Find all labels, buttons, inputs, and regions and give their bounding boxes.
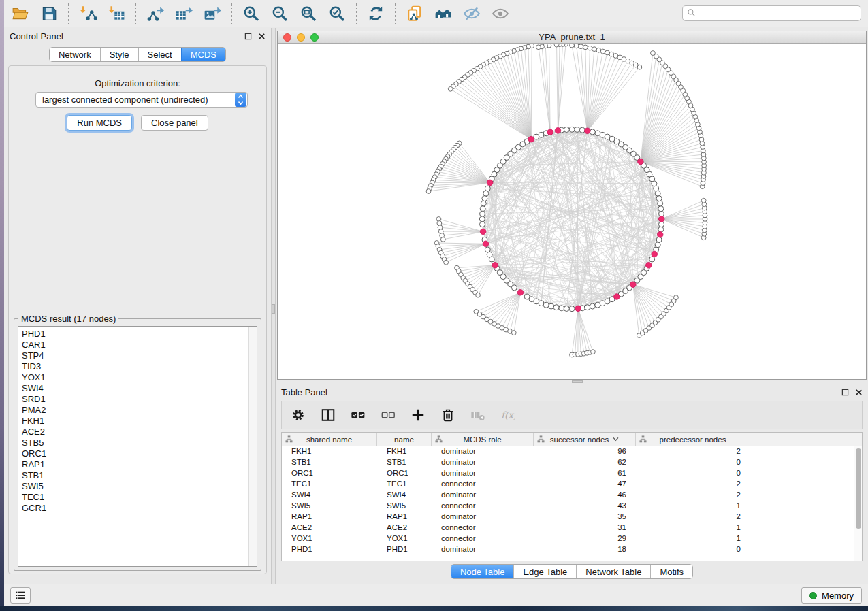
- table-scrollbar-thumb[interactable]: [856, 448, 861, 529]
- cell: 0: [636, 544, 750, 555]
- close-table-panel-icon[interactable]: [855, 389, 863, 396]
- cell: TEC1: [377, 479, 432, 490]
- run-mcds-button[interactable]: Run MCDS: [67, 115, 132, 131]
- zoom-out-icon[interactable]: [270, 4, 289, 23]
- cell: TEC1: [282, 479, 377, 490]
- result-node-item[interactable]: TEC1: [22, 492, 248, 503]
- export-network-icon[interactable]: [146, 4, 165, 23]
- tab-select[interactable]: Select: [138, 48, 181, 61]
- result-node-item[interactable]: RAP1: [22, 459, 248, 470]
- result-node-item[interactable]: STB1: [22, 470, 248, 481]
- deselect-all-icon[interactable]: [379, 406, 398, 425]
- node-table: shared namenameMCDS rolesuccessor nodesp…: [281, 432, 863, 561]
- cell: SWI4: [377, 490, 432, 501]
- tab-network[interactable]: Network: [50, 48, 100, 61]
- cell: dominator: [432, 446, 534, 457]
- export-image-icon[interactable]: [203, 4, 222, 23]
- main-toolbar: [4, 0, 868, 27]
- table-row-SWI5[interactable]: SWI5SWI5connector431: [282, 501, 854, 512]
- cell: connector: [432, 523, 534, 533]
- result-node-item[interactable]: CAR1: [22, 340, 248, 350]
- show-all-icon[interactable]: [491, 4, 510, 23]
- float-panel-icon[interactable]: [244, 33, 252, 40]
- result-node-item[interactable]: SWI5: [22, 481, 248, 492]
- delete-column-icon[interactable]: [438, 406, 457, 425]
- table-scrollbar[interactable]: [854, 446, 862, 561]
- column-header-successor-nodes[interactable]: successor nodes: [534, 433, 636, 446]
- cell: STB1: [377, 457, 432, 468]
- add-column-icon[interactable]: [408, 406, 428, 425]
- result-node-item[interactable]: GCR1: [22, 503, 248, 514]
- network-view[interactable]: [278, 44, 866, 379]
- column-header-MCDS-role[interactable]: MCDS role: [432, 433, 534, 446]
- result-node-item[interactable]: SRD1: [22, 394, 248, 405]
- cell: dominator: [432, 512, 534, 523]
- result-node-item[interactable]: STB5: [22, 437, 248, 448]
- duplicate-network-icon[interactable]: [405, 4, 424, 23]
- cell: 2: [636, 479, 750, 490]
- table-tab-node-table[interactable]: Node Table: [451, 565, 514, 578]
- result-list-scrollbar[interactable]: [248, 327, 257, 566]
- table-row-RAP1[interactable]: RAP1RAP1dominator352: [282, 512, 854, 523]
- import-network-icon[interactable]: [78, 4, 97, 23]
- table-row-SWI4[interactable]: SWI4SWI4dominator462: [282, 490, 854, 501]
- result-node-item[interactable]: PHD1: [22, 329, 248, 340]
- select-all-icon[interactable]: [349, 406, 368, 425]
- search-box[interactable]: [682, 5, 861, 21]
- search-input[interactable]: [698, 9, 856, 18]
- hide-selected-icon[interactable]: [462, 4, 481, 23]
- table-row-YOX1[interactable]: YOX1YOX1connector291: [282, 533, 854, 544]
- control-panel-title: Control Panel: [10, 31, 63, 42]
- float-table-panel-icon[interactable]: [841, 389, 849, 396]
- open-file-icon[interactable]: [11, 4, 30, 23]
- cell: 96: [534, 446, 636, 457]
- criterion-select[interactable]: largest connected component (undirected): [35, 92, 248, 108]
- mcds-result-list[interactable]: PHD1CAR1STP4TID3YOX1SWI4SRD1PMA2FKH1ACE2…: [18, 326, 257, 567]
- tab-mcds[interactable]: MCDS: [181, 48, 225, 61]
- result-node-item[interactable]: YOX1: [22, 372, 248, 383]
- table-tab-network-table[interactable]: Network Table: [576, 565, 650, 578]
- settings-gear-icon[interactable]: [289, 406, 308, 425]
- column-header-name[interactable]: name: [377, 433, 432, 446]
- zoom-in-icon[interactable]: [242, 4, 261, 23]
- result-node-item[interactable]: PMA2: [22, 405, 248, 416]
- result-node-item[interactable]: SWI4: [22, 383, 248, 394]
- toolbar-separator: [135, 3, 136, 24]
- columns-icon[interactable]: [319, 406, 338, 425]
- memory-button[interactable]: Memory: [801, 587, 862, 604]
- zoom-selected-icon[interactable]: [327, 4, 347, 23]
- cell: FKH1: [282, 446, 377, 457]
- table-row-PHD1[interactable]: PHD1PHD1dominator180: [282, 544, 854, 555]
- save-session-icon[interactable]: [39, 4, 59, 23]
- table-tab-motifs[interactable]: Motifs: [650, 565, 692, 578]
- result-node-item[interactable]: ORC1: [22, 448, 248, 459]
- close-panel-button[interactable]: Close panel: [141, 115, 208, 131]
- table-row-ORC1[interactable]: ORC1ORC1dominator610: [282, 468, 854, 479]
- result-node-item[interactable]: ACE2: [22, 427, 248, 437]
- result-node-item[interactable]: FKH1: [22, 416, 248, 427]
- cell: 1: [636, 501, 750, 512]
- result-node-item[interactable]: STP4: [22, 350, 248, 361]
- result-node-item[interactable]: TID3: [22, 361, 248, 372]
- cell: 46: [534, 490, 636, 501]
- table-row-ACE2[interactable]: ACE2ACE2connector311: [282, 523, 854, 533]
- close-panel-icon[interactable]: [258, 33, 266, 40]
- cell: 1: [636, 523, 750, 533]
- refresh-icon[interactable]: [366, 4, 385, 23]
- toolbar-separator: [356, 3, 357, 24]
- table-tab-edge-table[interactable]: Edge Table: [513, 565, 576, 578]
- vertical-splitter[interactable]: [271, 28, 276, 584]
- tab-style[interactable]: Style: [100, 48, 138, 61]
- import-table-icon[interactable]: [107, 4, 126, 23]
- first-neighbors-icon[interactable]: [434, 4, 453, 23]
- column-header-predecessor-nodes[interactable]: predecessor nodes: [636, 433, 750, 446]
- export-table-icon[interactable]: [174, 4, 193, 23]
- zoom-fit-icon[interactable]: [299, 4, 318, 23]
- column-header-shared-name[interactable]: shared name: [282, 433, 377, 446]
- vertical-splitter-grip[interactable]: [272, 304, 275, 314]
- table-row-TEC1[interactable]: TEC1TEC1connector472: [282, 479, 854, 490]
- table-row-FKH1[interactable]: FKH1FKH1dominator962: [282, 446, 854, 457]
- table-row-STB1[interactable]: STB1STB1dominator620: [282, 457, 854, 468]
- task-history-button[interactable]: [10, 587, 31, 604]
- cell: 2: [636, 512, 750, 523]
